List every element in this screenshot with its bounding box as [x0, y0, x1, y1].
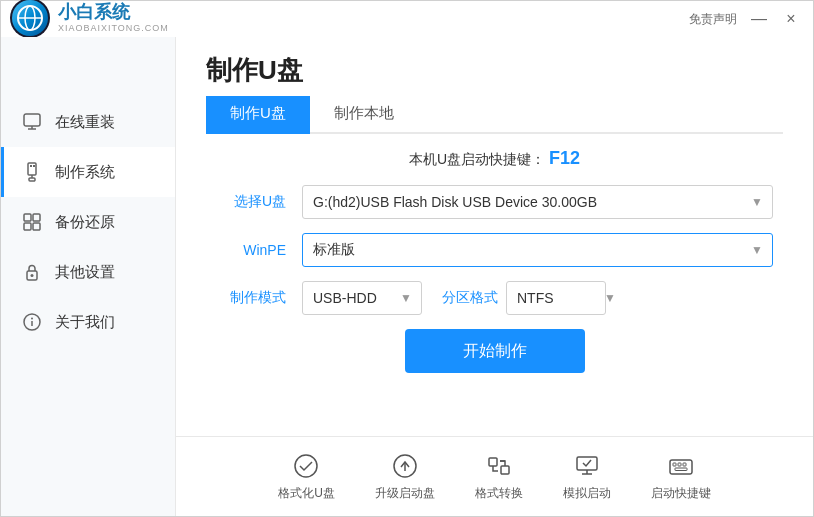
app-logo — [10, 0, 50, 38]
sidebar-header — [1, 47, 175, 97]
usb-icon — [21, 161, 43, 183]
svg-point-19 — [31, 318, 33, 320]
svg-rect-14 — [33, 223, 40, 230]
partition-select[interactable]: NTFS — [506, 281, 606, 315]
desktop-icon — [572, 451, 602, 481]
form-content: 本机U盘启动快捷键： F12 选择U盘 G:(hd2)USB Flash Dis… — [176, 134, 813, 436]
titlebar-left: 小白系统 XIAOBAIXITONG.COM — [0, 0, 169, 36]
tab-make-usb[interactable]: 制作U盘 — [206, 96, 310, 134]
toolbar-upgrade-boot-label: 升级启动盘 — [375, 485, 435, 502]
main-window: 小白系统 XIAOBAIXITONG.COM 免责声明 — × — [0, 0, 814, 517]
svg-rect-30 — [673, 463, 676, 466]
hotkey-notice: 本机U盘启动快捷键： F12 — [216, 148, 773, 169]
partition-group: 分区格式 NTFS ▼ — [442, 281, 626, 315]
usb-select-wrapper: G:(hd2)USB Flash Disk USB Device 30.00GB… — [302, 185, 773, 219]
sidebar-item-online-reinstall[interactable]: 在线重装 — [1, 97, 175, 147]
upload-icon — [390, 451, 420, 481]
svg-rect-32 — [683, 463, 686, 466]
svg-rect-11 — [24, 214, 31, 221]
svg-rect-31 — [678, 463, 681, 466]
sidebar-item-backup-restore-label: 备份还原 — [55, 213, 115, 232]
winpe-select[interactable]: 标准版 — [302, 233, 773, 267]
partition-select-wrapper: NTFS ▼ — [506, 281, 626, 315]
sidebar: 在线重装 制作系统 — [1, 37, 176, 516]
logo-icon — [16, 4, 44, 32]
svg-rect-10 — [29, 178, 35, 181]
bottom-toolbar: 格式化U盘 升级启动盘 — [176, 436, 813, 516]
lock-icon — [21, 261, 43, 283]
toolbar-item-format-usb[interactable]: 格式化U盘 — [278, 451, 335, 502]
logo-sub-text: XIAOBAIXITONG.COM — [58, 23, 169, 34]
winpe-row: WinPE 标准版 ▼ — [216, 233, 773, 267]
svg-rect-29 — [670, 460, 692, 474]
mode-label: 制作模式 — [216, 289, 286, 307]
logo-text: 小白系统 XIAOBAIXITONG.COM — [58, 2, 169, 34]
toolbar-item-simulate-boot[interactable]: 模拟启动 — [563, 451, 611, 502]
sidebar-item-make-system[interactable]: 制作系统 — [1, 147, 175, 197]
info-icon — [21, 311, 43, 333]
sidebar-item-online-reinstall-label: 在线重装 — [55, 113, 115, 132]
svg-point-20 — [295, 455, 317, 477]
titlebar-actions: 免责声明 — × — [689, 10, 801, 28]
sidebar-item-about-us[interactable]: 关于我们 — [1, 297, 175, 347]
sidebar-item-about-us-label: 关于我们 — [55, 313, 115, 332]
minimize-button[interactable]: — — [749, 10, 769, 28]
titlebar: 小白系统 XIAOBAIXITONG.COM 免责声明 — × — [1, 1, 813, 37]
tab-make-local[interactable]: 制作本地 — [310, 96, 418, 134]
toolbar-item-format-convert[interactable]: 格式转换 — [475, 451, 523, 502]
sidebar-item-other-settings-label: 其他设置 — [55, 263, 115, 282]
winpe-label: WinPE — [216, 242, 286, 258]
mode-select[interactable]: USB-HDD — [302, 281, 422, 315]
mode-partition-inline: USB-HDD ▼ 分区格式 NTFS ▼ — [302, 281, 626, 315]
start-button[interactable]: 开始制作 — [405, 329, 585, 373]
grid-icon — [21, 211, 43, 233]
winpe-select-wrapper: 标准版 ▼ — [302, 233, 773, 267]
svg-rect-26 — [577, 457, 597, 470]
partition-label: 分区格式 — [442, 289, 498, 307]
main-layout: 在线重装 制作系统 — [1, 37, 813, 516]
sidebar-item-backup-restore[interactable]: 备份还原 — [1, 197, 175, 247]
sidebar-item-make-system-label: 制作系统 — [55, 163, 115, 182]
sidebar-item-other-settings[interactable]: 其他设置 — [1, 247, 175, 297]
svg-rect-7 — [30, 165, 32, 167]
toolbar-item-upgrade-boot[interactable]: 升级启动盘 — [375, 451, 435, 502]
mode-select-wrapper: USB-HDD ▼ — [302, 281, 422, 315]
svg-rect-24 — [501, 466, 509, 474]
check-circle-icon — [291, 451, 321, 481]
content-area: 制作U盘 制作U盘 制作本地 本机U盘启动快捷键： F12 — [176, 37, 813, 516]
hotkey-value: F12 — [549, 148, 580, 168]
logo-main-text: 小白系统 — [58, 2, 169, 24]
toolbar-format-convert-label: 格式转换 — [475, 485, 523, 502]
svg-rect-6 — [28, 163, 36, 175]
svg-rect-3 — [24, 114, 40, 126]
logo-inner — [12, 0, 48, 36]
usb-select[interactable]: G:(hd2)USB Flash Disk USB Device 30.00GB — [302, 185, 773, 219]
svg-rect-13 — [24, 223, 31, 230]
svg-rect-8 — [33, 165, 35, 167]
page-title-bar: 制作U盘 — [176, 37, 813, 96]
page-title: 制作U盘 — [206, 53, 303, 88]
svg-rect-23 — [489, 458, 497, 466]
mode-partition-row: 制作模式 USB-HDD ▼ 分区格式 NTFS ▼ — [216, 281, 773, 315]
toolbar-simulate-boot-label: 模拟启动 — [563, 485, 611, 502]
keyboard-icon — [666, 451, 696, 481]
svg-rect-12 — [33, 214, 40, 221]
disclaimer-link[interactable]: 免责声明 — [689, 11, 737, 28]
usb-label: 选择U盘 — [216, 193, 286, 211]
close-button[interactable]: × — [781, 10, 801, 28]
tabs-bar: 制作U盘 制作本地 — [206, 96, 783, 134]
toolbar-boot-hotkey-label: 启动快捷键 — [651, 485, 711, 502]
svg-point-16 — [31, 274, 34, 277]
svg-rect-33 — [675, 468, 687, 471]
monitor-icon — [21, 111, 43, 133]
usb-selection-row: 选择U盘 G:(hd2)USB Flash Disk USB Device 30… — [216, 185, 773, 219]
toolbar-item-boot-hotkey[interactable]: 启动快捷键 — [651, 451, 711, 502]
toolbar-format-usb-label: 格式化U盘 — [278, 485, 335, 502]
convert-icon — [484, 451, 514, 481]
